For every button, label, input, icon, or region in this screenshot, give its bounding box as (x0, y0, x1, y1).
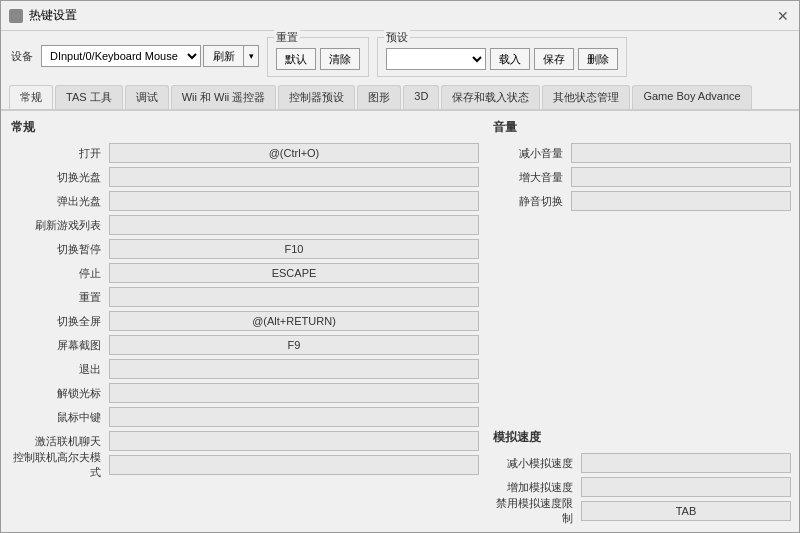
emulation-input[interactable] (581, 477, 791, 497)
volume-row: 静音切换 (491, 190, 791, 212)
emulation-title: 模拟速度 (491, 429, 791, 446)
hotkey-input[interactable]: F9 (109, 335, 479, 355)
refresh-arrow[interactable]: ▾ (243, 45, 259, 67)
clear-button[interactable]: 清除 (320, 48, 360, 70)
emulation-label: 增加模拟速度 (491, 480, 581, 495)
hotkey-input[interactable] (109, 167, 479, 187)
emulation-label: 禁用模拟速度限制 (491, 496, 581, 526)
hotkey-row: 激活联机聊天 (9, 430, 479, 452)
hotkey-row: 打开@(Ctrl+O) (9, 142, 479, 164)
hotkey-row: 屏幕截图F9 (9, 334, 479, 356)
hotkey-row: 切换暂停F10 (9, 238, 479, 260)
hotkey-label: 停止 (9, 266, 109, 281)
hotkey-label: 鼠标中键 (9, 410, 109, 425)
hotkey-input[interactable] (109, 359, 479, 379)
load-button[interactable]: 载入 (490, 48, 530, 70)
delete-button[interactable]: 删除 (578, 48, 618, 70)
emulation-rows-container: 减小模拟速度增加模拟速度禁用模拟速度限制TAB (491, 452, 791, 524)
volume-input[interactable] (571, 143, 791, 163)
hotkey-label: 切换全屏 (9, 314, 109, 329)
left-panel: 常规 打开@(Ctrl+O)切换光盘弹出光盘刷新游戏列表切换暂停F10停止ESC… (9, 119, 479, 524)
left-section-title: 常规 (9, 119, 479, 136)
hotkey-input[interactable] (109, 431, 479, 451)
hotkey-row: 切换全屏@(Alt+RETURN) (9, 310, 479, 332)
main-window: 热键设置 ✕ 设备 DInput/0/Keyboard Mouse 刷新 ▾ 重… (0, 0, 800, 533)
tab-save_load[interactable]: 保存和载入状态 (441, 85, 540, 109)
tab-wii[interactable]: Wii 和 Wii 遥控器 (171, 85, 277, 109)
refresh-split-button: 刷新 ▾ (203, 45, 259, 67)
main-content: 常规 打开@(Ctrl+O)切换光盘弹出光盘刷新游戏列表切换暂停F10停止ESC… (1, 111, 799, 532)
hotkey-input[interactable]: @(Ctrl+O) (109, 143, 479, 163)
hotkey-input[interactable]: @(Alt+RETURN) (109, 311, 479, 331)
hotkey-label: 弹出光盘 (9, 194, 109, 209)
reset-section: 重置 默认 清除 (267, 37, 369, 77)
hotkey-input[interactable]: ESCAPE (109, 263, 479, 283)
volume-label: 增大音量 (491, 170, 571, 185)
tab-graphics[interactable]: 图形 (357, 85, 401, 109)
hotkey-input[interactable] (109, 287, 479, 307)
hotkey-input[interactable] (109, 383, 479, 403)
volume-row: 增大音量 (491, 166, 791, 188)
title-bar-left: 热键设置 (9, 7, 77, 24)
hotkey-input[interactable] (109, 455, 479, 475)
volume-input[interactable] (571, 191, 791, 211)
hotkey-label: 打开 (9, 146, 109, 161)
tab-tas[interactable]: TAS 工具 (55, 85, 123, 109)
hotkey-label: 屏幕截图 (9, 338, 109, 353)
right-panel: 音量 减小音量增大音量静音切换 模拟速度 减小模拟速度增加模拟速度禁用模拟速度限… (491, 119, 791, 524)
hotkey-label: 刷新游戏列表 (9, 218, 109, 233)
tab-controller_preset[interactable]: 控制器预设 (278, 85, 355, 109)
refresh-button[interactable]: 刷新 (203, 45, 243, 67)
hotkey-row: 鼠标中键 (9, 406, 479, 428)
emulation-row: 增加模拟速度 (491, 476, 791, 498)
tab-3d[interactable]: 3D (403, 85, 439, 109)
hotkey-input[interactable] (109, 191, 479, 211)
preset-select[interactable] (386, 48, 486, 70)
hotkey-label: 切换暂停 (9, 242, 109, 257)
hotkey-label: 退出 (9, 362, 109, 377)
hotkey-row: 重置 (9, 286, 479, 308)
hotkey-row: 退出 (9, 358, 479, 380)
device-controls: DInput/0/Keyboard Mouse 刷新 ▾ (41, 45, 259, 67)
hotkey-label: 重置 (9, 290, 109, 305)
preset-section-title: 预设 (384, 30, 410, 45)
tab-general[interactable]: 常规 (9, 85, 53, 111)
emulation-row: 减小模拟速度 (491, 452, 791, 474)
tabs-bar: 常规TAS 工具调试Wii 和 Wii 遥控器控制器预设图形3D保存和载入状态其… (1, 81, 799, 111)
volume-input[interactable] (571, 167, 791, 187)
default-button[interactable]: 默认 (276, 48, 316, 70)
emulation-input[interactable]: TAB (581, 501, 791, 521)
tab-other_state[interactable]: 其他状态管理 (542, 85, 630, 109)
hotkey-row: 控制联机高尔夫模式 (9, 454, 479, 476)
device-section: 设备 (11, 49, 33, 64)
volume-title: 音量 (491, 119, 791, 136)
hotkey-row: 弹出光盘 (9, 190, 479, 212)
window-title: 热键设置 (29, 7, 77, 24)
volume-rows-container: 减小音量增大音量静音切换 (491, 142, 791, 214)
save-button[interactable]: 保存 (534, 48, 574, 70)
hotkey-row: 解锁光标 (9, 382, 479, 404)
emulation-input[interactable] (581, 453, 791, 473)
reset-section-title: 重置 (274, 30, 300, 45)
window-icon (9, 9, 23, 23)
volume-label: 减小音量 (491, 146, 571, 161)
tab-gba[interactable]: Game Boy Advance (632, 85, 751, 109)
hotkey-input[interactable] (109, 215, 479, 235)
volume-label: 静音切换 (491, 194, 571, 209)
volume-row: 减小音量 (491, 142, 791, 164)
emulation-row: 禁用模拟速度限制TAB (491, 500, 791, 522)
right-spacer (491, 216, 791, 307)
hotkey-row: 停止ESCAPE (9, 262, 479, 284)
hotkey-input[interactable]: F10 (109, 239, 479, 259)
preset-section: 预设 载入 保存 删除 (377, 37, 627, 77)
device-select[interactable]: DInput/0/Keyboard Mouse (41, 45, 201, 67)
hotkey-label: 切换光盘 (9, 170, 109, 185)
hotkey-row: 切换光盘 (9, 166, 479, 188)
left-rows-container: 打开@(Ctrl+O)切换光盘弹出光盘刷新游戏列表切换暂停F10停止ESCAPE… (9, 142, 479, 478)
hotkey-label: 控制联机高尔夫模式 (9, 450, 109, 480)
hotkey-row: 刷新游戏列表 (9, 214, 479, 236)
hotkey-label: 解锁光标 (9, 386, 109, 401)
tab-debug[interactable]: 调试 (125, 85, 169, 109)
close-button[interactable]: ✕ (775, 8, 791, 24)
hotkey-input[interactable] (109, 407, 479, 427)
